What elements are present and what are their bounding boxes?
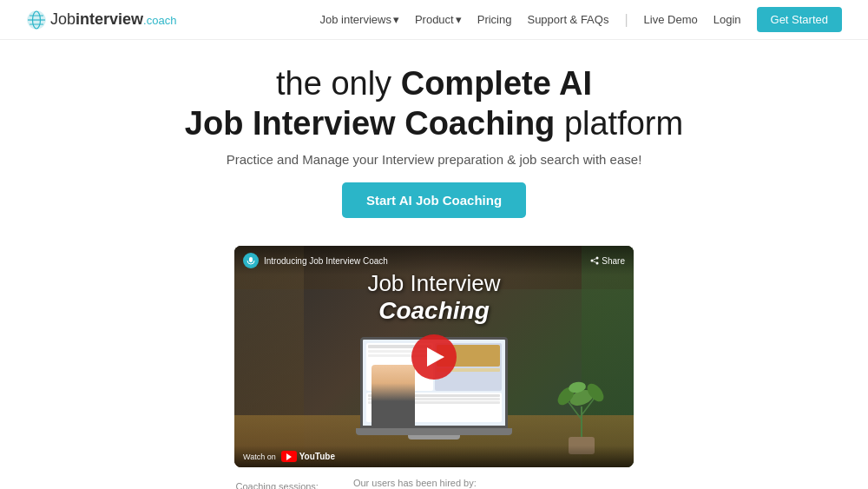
youtube-label: YouTube xyxy=(299,452,335,461)
youtube-icon xyxy=(281,451,297,462)
hero-heading: the only Complete AI Job Interview Coach… xyxy=(17,64,851,143)
hero-subtext: Practice and Manage your Interview prepa… xyxy=(17,152,851,167)
laptop-base xyxy=(356,428,512,435)
navbar: Jobinterview.coach Job interviews ▾ Prod… xyxy=(0,0,868,40)
video-bottom-bar: Watch on YouTube xyxy=(234,446,634,467)
stats-hired: Our users has been hired by: facebook  … xyxy=(353,478,633,489)
video-channel-label: Introducing Job Interview Coach xyxy=(264,256,388,266)
video-overlay-text: Job Interview Coaching xyxy=(367,270,500,325)
sessions-label: Coaching sessions: xyxy=(236,481,319,489)
video-topbar: Introducing Job Interview Coach Share xyxy=(234,246,634,275)
hero-heading-bold1: Complete AI xyxy=(401,65,592,102)
nav-pricing[interactable]: Pricing xyxy=(477,13,512,26)
video-player[interactable]: Introducing Job Interview Coach Share Jo… xyxy=(234,246,634,467)
logo-interview: interview xyxy=(76,10,143,28)
video-title2: Coaching xyxy=(367,297,500,325)
get-started-button[interactable]: Get Started xyxy=(757,7,842,32)
nav-live-demo[interactable]: Live Demo xyxy=(644,13,698,26)
play-button[interactable] xyxy=(411,334,457,380)
nav-divider: | xyxy=(624,12,628,28)
svg-point-8 xyxy=(596,262,599,265)
hero-section: the only Complete AI Job Interview Coach… xyxy=(0,40,868,246)
stats-sessions: Coaching sessions: 3,658 xyxy=(236,481,319,489)
hero-heading-light1: the only xyxy=(276,65,391,102)
login-button[interactable]: Login xyxy=(713,13,741,26)
chevron-down-icon: ▾ xyxy=(393,13,399,26)
video-wrapper: Introducing Job Interview Coach Share Jo… xyxy=(0,246,868,467)
hero-heading-light2: platform xyxy=(564,105,683,142)
play-triangle-icon xyxy=(427,347,444,367)
globe-icon xyxy=(26,10,47,30)
watch-on-label: Watch on xyxy=(243,453,276,461)
video-topbar-left: Introducing Job Interview Coach xyxy=(243,253,388,268)
nav-links: Job interviews ▾ Product ▾ Pricing Suppo… xyxy=(320,7,842,32)
stats-bar: Coaching sessions: 3,658 Our users has b… xyxy=(0,467,868,489)
svg-point-7 xyxy=(591,260,594,262)
share-icon xyxy=(590,256,599,265)
logo-job: Job xyxy=(50,10,76,28)
svg-point-6 xyxy=(596,257,599,260)
svg-rect-5 xyxy=(249,257,253,262)
svg-line-10 xyxy=(594,261,596,262)
mic-icon xyxy=(247,256,255,265)
youtube-play-icon xyxy=(286,453,292,460)
laptop-stand xyxy=(408,435,460,439)
youtube-logo[interactable]: YouTube xyxy=(281,451,335,462)
nav-product[interactable]: Product ▾ xyxy=(415,13,462,26)
nav-job-interviews[interactable]: Job interviews ▾ xyxy=(320,13,399,26)
chevron-down-icon: ▾ xyxy=(456,13,462,26)
laptop-person xyxy=(372,365,415,426)
svg-line-9 xyxy=(594,259,596,260)
hired-label: Our users has been hired by: xyxy=(353,478,633,488)
video-channel-icon xyxy=(243,253,259,268)
share-label: Share xyxy=(602,256,625,266)
nav-support[interactable]: Support & FAQs xyxy=(527,13,608,26)
logo[interactable]: Jobinterview.coach xyxy=(26,10,176,30)
video-share-button[interactable]: Share xyxy=(590,256,625,266)
logo-coach: .coach xyxy=(143,14,176,27)
hero-heading-bold2: Job Interview Coaching xyxy=(185,105,556,142)
hero-cta-button[interactable]: Start AI Job Coaching xyxy=(342,182,526,218)
